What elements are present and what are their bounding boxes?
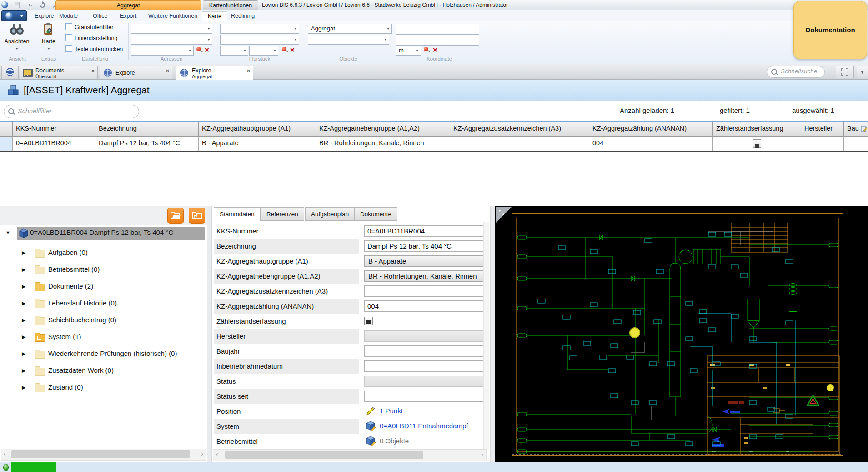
checkbox-indeterminate-icon[interactable] xyxy=(753,139,761,148)
adressen-dropdown-2[interactable] xyxy=(131,35,212,45)
dokumentation-note[interactable]: Dokumentation xyxy=(793,1,867,59)
ribbon-tab-karte[interactable]: Karte xyxy=(202,11,227,22)
col-header-kks[interactable]: KKS-Nummer xyxy=(13,122,95,137)
cell-bau[interactable] xyxy=(844,137,868,151)
flurstueck-dropdown-1[interactable] xyxy=(220,24,299,34)
tab-list-dropdown-button[interactable]: ▼ xyxy=(857,66,868,78)
quick-filter-box[interactable] xyxy=(4,105,139,118)
col-header-bau[interactable]: Bau xyxy=(844,122,860,137)
highlight-marker[interactable] xyxy=(630,328,640,338)
checkbox-liniendarstellung[interactable]: Liniendarstellung xyxy=(65,34,118,41)
clear-x-icon[interactable]: × xyxy=(433,46,437,54)
adressen-dropdown-1[interactable] xyxy=(131,24,212,34)
cell-bezeichnung[interactable]: Dampf Ps 12 bar, Ts 404 °C xyxy=(95,137,199,151)
ansichten-button[interactable]: Ansichten xyxy=(4,22,30,55)
bezeichnung-field[interactable] xyxy=(364,240,485,252)
doc-tab-documents[interactable]: Documents Übersicht × xyxy=(20,66,98,79)
context-tab-aggregat[interactable]: Aggregat xyxy=(55,0,201,10)
koordinate-input-x[interactable] xyxy=(396,24,479,35)
expander-collapsed-icon[interactable]: ▶ xyxy=(22,284,25,289)
close-icon[interactable]: × xyxy=(91,68,95,74)
col-header-zusatzkennzeichen[interactable]: KZ-Aggregatzusatzkennzeichen (A3) xyxy=(450,122,589,137)
betriebsmittel-link[interactable]: 0 Objekte xyxy=(380,437,409,445)
quick-filter-input[interactable] xyxy=(17,107,113,115)
expander-collapsed-icon[interactable]: ▶ xyxy=(22,250,25,256)
cell-zusatzkennzeichen[interactable] xyxy=(450,137,589,151)
col-header-zaehlung[interactable]: KZ-Aggregatzählung (ANANAN) xyxy=(589,122,713,137)
quick-search-box[interactable] xyxy=(767,66,825,78)
expander-collapsed-icon[interactable]: ▶ xyxy=(22,385,25,391)
clear-x-icon[interactable]: × xyxy=(290,46,295,54)
scroll-right-icon[interactable]: › xyxy=(481,451,483,458)
doc-tab-explore-aggregat[interactable]: Explore Aggregat × xyxy=(176,66,253,80)
cell-hauptgruppe[interactable]: B - Apparate xyxy=(199,137,316,151)
doc-tab-explore[interactable]: Explore × xyxy=(100,66,172,79)
context-tab-kartenfunktionen[interactable]: Kartenfunktionen xyxy=(203,0,258,10)
position-link[interactable]: 1 Punkt xyxy=(380,407,403,415)
cell-kks[interactable]: 0=A0LBD11BR004 xyxy=(13,137,95,151)
close-icon[interactable]: × xyxy=(247,68,250,74)
cell-nebengruppe[interactable]: BR - Rohrleitungen, Kanäle, Rinnen xyxy=(316,137,450,151)
undo-icon[interactable] xyxy=(26,1,34,9)
expander-expanded-icon[interactable]: ▼ xyxy=(5,230,10,235)
cad-drawing[interactable] xyxy=(495,206,868,462)
koordinate-input-y[interactable] xyxy=(396,35,479,46)
redo-refresh-icon[interactable] xyxy=(39,1,46,9)
col-header-bezeichnung[interactable]: Bezeichnung xyxy=(95,122,199,137)
tree-horizontal-scrollbar[interactable]: ‹ › xyxy=(1,449,206,461)
objekte-dropdown-2[interactable] xyxy=(308,35,389,45)
map-view-panel[interactable] xyxy=(495,206,868,462)
locate-pin-icon[interactable] xyxy=(423,46,430,54)
fullscreen-button[interactable] xyxy=(836,66,854,78)
objekte-dropdown-1[interactable]: Aggregat xyxy=(308,24,392,34)
nebengruppe-dropdown[interactable]: BR - Rohrleitungen, Kanäle, Rinnen xyxy=(364,270,485,282)
flurstueck-dropdown-3[interactable] xyxy=(220,46,248,56)
expander-collapsed-icon[interactable]: ▶ xyxy=(22,300,25,306)
expander-collapsed-icon[interactable]: ▶ xyxy=(22,351,25,357)
form-tab-dokumente[interactable]: Dokumente xyxy=(354,207,397,221)
cell-hersteller[interactable] xyxy=(801,137,844,151)
ribbon-tab-office[interactable]: Office xyxy=(87,11,113,21)
clear-x-icon[interactable]: × xyxy=(205,46,209,54)
expander-collapsed-icon[interactable]: ▶ xyxy=(22,368,25,374)
form-tab-aufgabenplan[interactable]: Aufgabenplan xyxy=(305,207,355,221)
system-link[interactable]: 0=A0LBD11 Entnahmedampf xyxy=(380,422,468,430)
cell-zaehlung[interactable]: 004 xyxy=(589,137,713,151)
form-tab-referenzen[interactable]: Referenzen xyxy=(261,207,304,221)
hauptgruppe-dropdown[interactable]: B - Apparate xyxy=(364,255,485,267)
form-horizontal-scrollbar[interactable]: ‹ › xyxy=(213,449,487,461)
adressen-dropdown-3[interactable] xyxy=(131,46,194,56)
col-header-zaehlerstand[interactable]: Zählerstandserfassung xyxy=(713,122,801,137)
ribbon-tab-module[interactable]: Module xyxy=(54,11,83,21)
inbetriebnahmedatum-field[interactable] xyxy=(364,360,485,372)
form-tab-stammdaten[interactable]: Stammdaten xyxy=(214,207,261,221)
ribbon-tab-redlining[interactable]: Redlining xyxy=(226,11,260,21)
zaehlerstand-checkbox[interactable] xyxy=(364,317,373,325)
scroll-left-icon[interactable]: ‹ xyxy=(4,450,6,457)
scrollbar-thumb[interactable] xyxy=(11,450,190,458)
quick-search-input[interactable] xyxy=(780,67,822,75)
workspace-globe-button[interactable] xyxy=(1,66,19,79)
koordinate-unit-dropdown[interactable]: m xyxy=(396,46,421,56)
expander-collapsed-icon[interactable]: ▶ xyxy=(22,317,25,323)
locate-pin-icon[interactable] xyxy=(281,46,288,54)
flurstueck-dropdown-4[interactable] xyxy=(249,46,278,56)
col-header-hauptgruppe[interactable]: KZ-Aggregathauptgruppe (A1) xyxy=(199,122,316,137)
baujahr-field[interactable] xyxy=(364,345,485,357)
zaehlung-field[interactable] xyxy=(364,300,485,312)
scroll-left-icon[interactable]: ‹ xyxy=(216,451,218,458)
application-menu-button[interactable] xyxy=(1,10,27,22)
kks-nummer-field[interactable] xyxy=(364,225,485,237)
checkbox-graustufenfilter[interactable]: Graustufenfilter xyxy=(65,23,113,30)
status-seit-field[interactable] xyxy=(364,391,485,402)
expander-collapsed-icon[interactable]: ▶ xyxy=(22,334,25,340)
scrollbar-thumb[interactable] xyxy=(225,451,423,459)
checkbox-texte-unterdruecken[interactable]: Texte unterdrücken xyxy=(65,45,123,52)
locate-pin-icon[interactable] xyxy=(196,46,203,54)
ribbon-tab-weitere-funktionen[interactable]: Weitere Funktionen xyxy=(143,11,203,21)
save-icon[interactable] xyxy=(14,1,21,9)
form-vertical-scrollbar[interactable] xyxy=(483,222,489,450)
ribbon-tab-export[interactable]: Export xyxy=(115,11,142,21)
col-header-hersteller[interactable]: Hersteller xyxy=(801,122,844,137)
cell-zaehlerstand[interactable] xyxy=(713,137,801,151)
